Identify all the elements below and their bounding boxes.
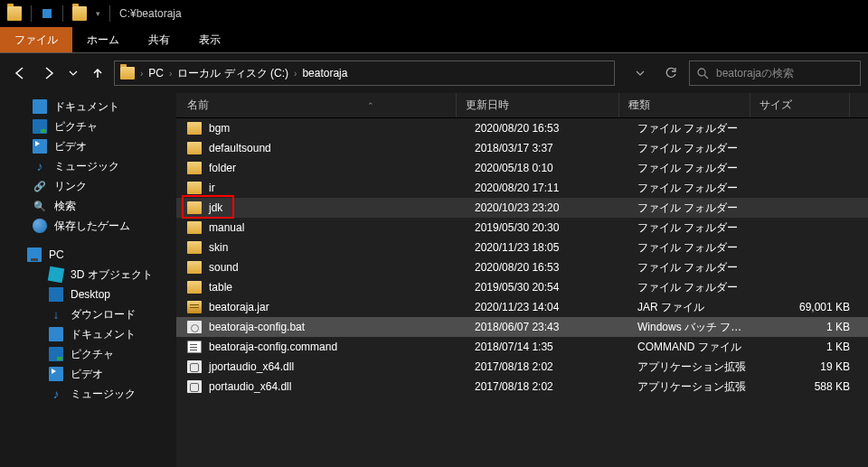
tab-view[interactable]: 表示 bbox=[184, 27, 235, 52]
table-row[interactable]: table2019/05/30 20:54ファイル フォルダー bbox=[176, 277, 868, 297]
sidebar-item[interactable]: 保存したゲーム bbox=[0, 216, 176, 236]
table-row[interactable]: beatoraja-config.command2018/07/14 1:35C… bbox=[176, 337, 868, 357]
breadcrumb-pc[interactable]: PC› bbox=[148, 67, 172, 79]
file-date: 2020/11/23 18:05 bbox=[466, 241, 628, 254]
column-size[interactable]: サイズ bbox=[750, 93, 850, 117]
file-size: 1 KB bbox=[760, 341, 859, 353]
file-date: 2017/08/18 2:02 bbox=[466, 380, 628, 393]
sidebar-item[interactable]: ドキュメント bbox=[0, 97, 176, 117]
sidebar-item[interactable]: ビデオ bbox=[0, 364, 176, 384]
tab-home[interactable]: ホーム bbox=[72, 27, 134, 52]
file-date: 2018/07/14 1:35 bbox=[466, 341, 628, 353]
file-date: 2019/05/30 20:54 bbox=[466, 281, 628, 294]
sidebar-item[interactable]: ピクチャ bbox=[0, 117, 176, 136]
folder-icon bbox=[72, 6, 87, 21]
table-row[interactable]: beatoraja-config.bat2018/06/07 23:43Wind… bbox=[176, 317, 868, 337]
table-row[interactable]: beatoraja.jar2020/11/23 14:04JAR ファイル69,… bbox=[176, 297, 868, 317]
folder-icon bbox=[187, 142, 202, 154]
video-icon bbox=[33, 139, 47, 154]
file-type: COMMAND ファイル bbox=[628, 340, 760, 355]
table-row[interactable]: bgm2020/08/20 16:53ファイル フォルダー bbox=[176, 118, 868, 138]
column-name[interactable]: 名前 ⌃ bbox=[176, 93, 457, 117]
file-type: ファイル フォルダー bbox=[628, 121, 760, 136]
file-name: defaultsound bbox=[209, 142, 271, 154]
file-name: beatoraja-config.bat bbox=[209, 321, 305, 333]
address-bar[interactable]: › PC› ローカル ディスク (C:)› beatoraja bbox=[114, 61, 615, 86]
table-row[interactable]: sound2020/08/20 16:53ファイル フォルダー bbox=[176, 257, 868, 277]
cmd-icon bbox=[187, 341, 202, 353]
sidebar-item-label: PC bbox=[49, 248, 64, 261]
table-row[interactable]: jportaudio_x64.dll2017/08/18 2:02アプリケーショ… bbox=[176, 357, 868, 377]
file-name: beatoraja-config.command bbox=[209, 341, 337, 353]
tab-share[interactable]: 共有 bbox=[134, 27, 184, 52]
search-input[interactable]: beatorajaの検索 bbox=[689, 61, 861, 86]
svg-rect-0 bbox=[42, 9, 52, 18]
forward-button[interactable] bbox=[36, 61, 61, 86]
main-area: ドキュメントピクチャビデオ♪ミュージック🔗リンク🔍検索保存したゲームPC3D オ… bbox=[0, 93, 868, 467]
folder-icon bbox=[187, 162, 202, 174]
sort-caret-icon: ⌃ bbox=[367, 101, 447, 110]
sidebar-item[interactable]: 3D オブジェクト bbox=[0, 265, 176, 285]
sidebar-item-label: ミュージック bbox=[71, 387, 136, 402]
table-row[interactable]: ir2020/08/20 17:11ファイル フォルダー bbox=[176, 178, 868, 198]
file-date: 2020/08/20 17:11 bbox=[466, 182, 628, 194]
up-button[interactable] bbox=[85, 61, 110, 86]
history-dropdown[interactable] bbox=[65, 61, 81, 86]
sidebar-item[interactable]: ♪ミュージック bbox=[0, 384, 176, 404]
folder-icon bbox=[187, 122, 202, 135]
table-row[interactable]: folder2020/05/18 0:10ファイル フォルダー bbox=[176, 158, 868, 178]
address-dropdown-icon[interactable] bbox=[626, 61, 655, 86]
table-row[interactable]: skin2020/11/23 18:05ファイル フォルダー bbox=[176, 238, 868, 257]
file-type: ファイル フォルダー bbox=[628, 161, 760, 176]
file-size: 69,001 KB bbox=[760, 301, 859, 313]
table-row[interactable]: defaultsound2018/03/17 3:37ファイル フォルダー bbox=[176, 138, 868, 158]
back-button[interactable] bbox=[7, 61, 33, 86]
dropdown-caret-icon[interactable]: ▾ bbox=[96, 9, 100, 18]
breadcrumb-chevron[interactable]: › bbox=[140, 69, 143, 79]
sidebar-item-label: ドキュメント bbox=[71, 327, 136, 342]
column-date[interactable]: 更新日時 bbox=[457, 93, 619, 117]
file-name: jportaudio_x64.dll bbox=[209, 360, 294, 373]
table-row[interactable]: manual2019/05/30 20:30ファイル フォルダー bbox=[176, 218, 868, 238]
table-row[interactable]: portaudio_x64.dll2017/08/18 2:02アプリケーション… bbox=[176, 377, 868, 397]
file-date: 2020/10/23 23:20 bbox=[466, 201, 628, 214]
breadcrumb-drive[interactable]: ローカル ディスク (C:)› bbox=[177, 66, 297, 81]
search-icon bbox=[697, 68, 709, 79]
sidebar-item[interactable]: Desktop bbox=[0, 285, 176, 304]
sidebar-item-label: 検索 bbox=[54, 199, 76, 214]
folder-icon bbox=[187, 261, 202, 274]
table-row[interactable]: jdk2020/10/23 23:20ファイル フォルダー bbox=[176, 198, 868, 218]
sidebar-item[interactable]: ピクチャ bbox=[0, 344, 176, 364]
file-date: 2020/11/23 14:04 bbox=[466, 301, 628, 313]
column-headers: 名前 ⌃ 更新日時 種類 サイズ bbox=[176, 93, 868, 118]
sidebar-item[interactable]: 🔍検索 bbox=[0, 196, 176, 216]
dll-icon bbox=[187, 380, 202, 393]
column-type[interactable]: 種類 bbox=[619, 93, 750, 117]
pictures-icon bbox=[33, 119, 47, 134]
file-type: ファイル フォルダー bbox=[628, 280, 760, 295]
refresh-button[interactable] bbox=[656, 61, 685, 86]
file-name: jdk bbox=[209, 201, 222, 214]
file-date: 2018/06/07 23:43 bbox=[466, 321, 628, 333]
folder-icon bbox=[187, 241, 202, 254]
divider bbox=[109, 5, 110, 22]
search-icon: 🔍 bbox=[33, 199, 47, 213]
bat-icon bbox=[187, 321, 202, 333]
file-type: ファイル フォルダー bbox=[628, 240, 760, 256]
tab-file[interactable]: ファイル bbox=[0, 27, 72, 52]
sidebar-item[interactable]: ドキュメント bbox=[0, 324, 176, 344]
sidebar-item[interactable]: ビデオ bbox=[0, 136, 176, 156]
sidebar-item-pc[interactable]: PC bbox=[0, 245, 176, 265]
folder-icon bbox=[187, 281, 202, 294]
sidebar-item[interactable]: 🔗リンク bbox=[0, 176, 176, 196]
sidebar-item-label: ビデオ bbox=[71, 367, 103, 382]
file-date: 2018/03/17 3:37 bbox=[466, 142, 628, 154]
file-rows: bgm2020/08/20 16:53ファイル フォルダーdefaultsoun… bbox=[176, 118, 868, 397]
file-date: 2020/08/20 16:53 bbox=[466, 122, 628, 135]
sidebar-item[interactable]: ↓ダウンロード bbox=[0, 304, 176, 324]
pictures-icon bbox=[49, 347, 63, 361]
dll-icon bbox=[187, 360, 202, 373]
file-size: 588 KB bbox=[760, 380, 859, 393]
sidebar-item[interactable]: ♪ミュージック bbox=[0, 156, 176, 176]
breadcrumb-folder[interactable]: beatoraja bbox=[302, 67, 347, 79]
